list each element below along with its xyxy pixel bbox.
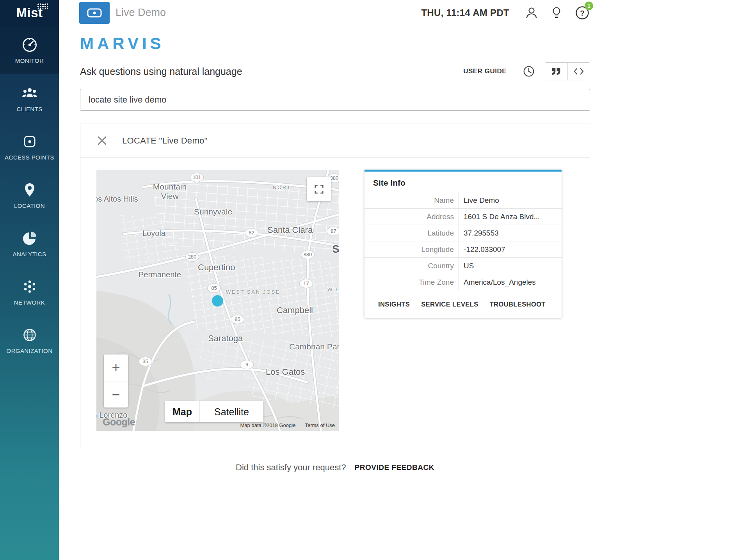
map-label-city: Los Altos Hills [96, 195, 138, 204]
close-icon [97, 135, 107, 146]
help-button[interactable]: ? 1 [574, 5, 590, 21]
conversational-view-button[interactable] [545, 63, 567, 80]
sidebar-item-label: ORGANIZATION [7, 347, 53, 354]
service-levels-link[interactable]: SERVICE LEVELS [421, 301, 478, 308]
sidebar-item-analytics[interactable]: ANALYTICS [0, 219, 59, 268]
site-info-rows: Name Live Demo Address 1601 S De Anza Bl… [364, 192, 562, 290]
sidebar-item-label: MONITOR [15, 57, 44, 64]
route-shield: 880 [301, 250, 315, 259]
result-card: LOCATE "Live Demo" [80, 124, 590, 449]
map-label-city: Saratoga [208, 333, 243, 344]
clients-icon [21, 85, 38, 102]
site-location-marker[interactable] [212, 295, 223, 307]
map-label-city: S [332, 243, 339, 255]
row-label: Time Zone [364, 274, 459, 290]
user-guide-link[interactable]: USER GUIDE [463, 67, 507, 75]
map-fullscreen-button[interactable] [307, 177, 331, 201]
map-label-city: Cambrian Park [289, 342, 339, 351]
sidebar-item-monitor[interactable]: MONITOR [0, 26, 59, 74]
notification-badge: 1 [585, 2, 593, 10]
site-info-card: Site Info Name Live Demo Address 1601 S … [364, 170, 562, 318]
person-icon [525, 6, 539, 20]
history-button[interactable] [522, 65, 535, 78]
mist-logo-dots [37, 3, 48, 9]
site-info-row: Time Zone America/Los_Angeles [364, 274, 562, 290]
site-ap-icon [79, 2, 110, 24]
sidebar-item-label: ANALYTICS [13, 251, 46, 257]
quote-icon [551, 67, 562, 76]
sidebar: Mist MONITOR CLIENTS ACCESS POINTS LOCAT… [0, 0, 59, 560]
close-result-button[interactable] [97, 135, 107, 146]
route-shield: 9 [240, 360, 254, 369]
sidebar-item-network[interactable]: NETWORK [0, 268, 59, 316]
site-info-row: Latitude 37.295553 [364, 225, 562, 241]
zoom-in-button[interactable]: + [104, 354, 128, 381]
sidebar-item-access-points[interactable]: ACCESS POINTS [0, 122, 59, 171]
route-shield: 101 [190, 173, 204, 182]
map-label-city: Permanente [139, 270, 181, 279]
result-title: LOCATE "Live Demo" [122, 136, 208, 146]
satellite-view-button[interactable]: Satellite [199, 401, 263, 422]
site-info-row: Country US [364, 257, 562, 274]
sidebar-item-clients[interactable]: CLIENTS [0, 74, 59, 122]
row-value: 1601 S De Anza Blvd... [459, 209, 540, 225]
result-body: 101 Mountain View Los Altos Hills Sunnyv… [80, 158, 590, 449]
query-view-button[interactable] [567, 63, 590, 80]
sidebar-item-label: ACCESS POINTS [5, 154, 54, 161]
page-subtitle: Ask questions using natural language [80, 66, 242, 77]
marvis-query-input[interactable] [80, 89, 590, 111]
insights-link[interactable]: INSIGHTS [378, 301, 410, 308]
route-shield: 85 [231, 315, 244, 324]
sidebar-item-organization[interactable]: ORGANIZATION [0, 316, 59, 364]
code-icon [573, 67, 584, 75]
view-toggle-group [545, 62, 590, 80]
topbar: Live Demo THU, 11:14 AM PDT [80, 0, 590, 26]
sidebar-item-label: LOCATION [14, 202, 45, 209]
route-shield: 87 [327, 227, 339, 236]
site-info-links: INSIGHTS SERVICE LEVELS TROUBLESHOOT [364, 290, 562, 318]
row-label: Latitude [364, 225, 459, 241]
globe-icon [21, 326, 38, 344]
map-label-city: Loyola [142, 229, 165, 238]
site-selector-tab[interactable]: Live Demo [79, 2, 171, 24]
row-label: Address [364, 209, 459, 225]
feedback-row: Did this satisfy your request? PROVIDE F… [80, 463, 590, 473]
zoom-out-button[interactable]: − [104, 381, 128, 408]
sidebar-item-label: NETWORK [14, 299, 45, 306]
troubleshoot-link[interactable]: TROUBLESHOOT [490, 301, 546, 308]
map-label-area: WEST SAN JOSE [226, 289, 280, 295]
page-title: MARVIS [80, 34, 590, 53]
map-label-city: Mountain View [149, 182, 190, 201]
access-point-icon [21, 133, 38, 150]
terms-of-use-link[interactable]: Terms of Use [305, 422, 335, 428]
datetime-label: THU, 11:14 AM PDT [421, 7, 509, 18]
feedback-question: Did this satisfy your request? [236, 463, 346, 473]
route-shield: 85 [207, 284, 221, 293]
mist-logo[interactable]: Mist [0, 0, 59, 26]
topbar-right: THU, 11:14 AM PDT [421, 0, 590, 26]
row-label: Name [364, 192, 459, 208]
sidebar-item-location[interactable]: LOCATION [0, 171, 59, 219]
account-button[interactable] [525, 6, 539, 20]
network-cluster-icon [21, 278, 38, 295]
map-view-button[interactable]: Map [165, 401, 199, 422]
provide-feedback-link[interactable]: PROVIDE FEEDBACK [355, 463, 434, 472]
route-shield: 17 [299, 279, 313, 288]
route-shield: 280 [185, 252, 199, 262]
map-label-area: WILL [327, 287, 339, 292]
lightbulb-icon [550, 6, 563, 20]
map-zoom-control: + − [104, 354, 128, 408]
site-info-row: Longitude -122.033007 [364, 241, 562, 257]
whats-new-button[interactable] [550, 6, 563, 20]
row-value: Live Demo [459, 192, 499, 208]
svg-text:?: ? [580, 9, 585, 17]
gauge-icon [21, 36, 38, 53]
site-info-row: Address 1601 S De Anza Blvd... [364, 208, 562, 225]
result-header: LOCATE "Live Demo" [80, 124, 590, 158]
site-tab-label: Live Demo [116, 7, 166, 19]
site-info-row: Name Live Demo [364, 192, 562, 208]
subtitle-actions: USER GUIDE [463, 62, 590, 80]
google-logo: Google [103, 416, 135, 428]
map-canvas[interactable]: 101 Mountain View Los Altos Hills Sunnyv… [96, 170, 339, 431]
map-attribution: Map data ©2018 Google Terms of Use [240, 422, 335, 428]
